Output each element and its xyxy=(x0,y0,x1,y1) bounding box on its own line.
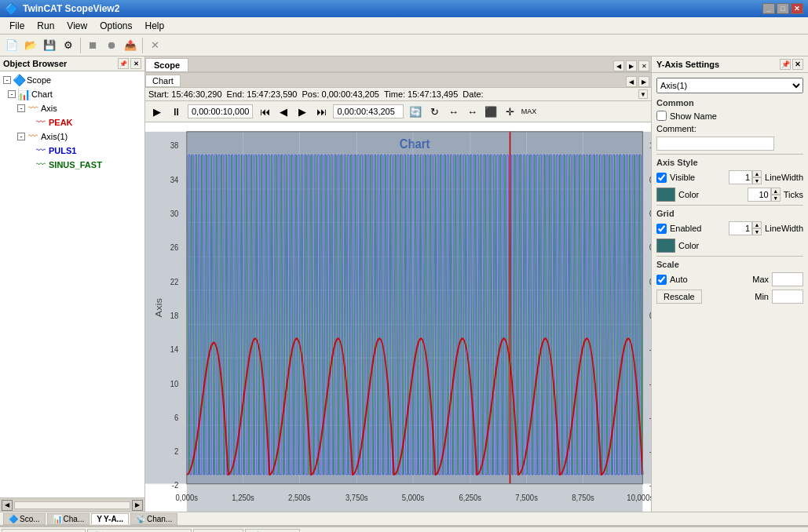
yap-pin-button[interactable]: 📌 xyxy=(780,59,791,70)
chart-nav-left[interactable]: ◀ xyxy=(626,76,637,87)
ct-zoom-out[interactable]: ↔ xyxy=(463,103,481,120)
chart-scroll-btn[interactable]: ▼ xyxy=(638,89,648,99)
close-button[interactable]: ✕ xyxy=(791,3,803,14)
ticks-input[interactable] xyxy=(748,188,771,202)
expand-axis1[interactable]: - xyxy=(17,133,25,140)
grid-lw-up[interactable]: ▲ xyxy=(752,221,762,228)
grid-enabled-checkbox[interactable] xyxy=(656,224,667,234)
svg-text:-2: -2 xyxy=(172,481,179,490)
bottom-panel-tabs: 🔷 Sco... 📊 Cha... Y Y-A... 📡 Chan... xyxy=(0,512,808,526)
expand-chart[interactable]: - xyxy=(8,90,16,98)
svg-text:30: 30 xyxy=(170,210,179,219)
chart-nav-right[interactable]: ▶ xyxy=(638,76,649,87)
tb-settings[interactable]: ⚙ xyxy=(60,37,77,54)
tb-stop[interactable]: ⏹ xyxy=(84,37,101,54)
grid-lw-down[interactable]: ▼ xyxy=(752,228,762,235)
yap-close-button[interactable]: ✕ xyxy=(792,59,803,70)
tab-cursor[interactable]: ⊕ Cursor xyxy=(193,529,243,532)
ticks-up[interactable]: ▲ xyxy=(771,188,781,195)
panel-tab-scope[interactable]: 🔷 Sco... xyxy=(3,513,46,525)
scroll-track[interactable] xyxy=(14,501,130,509)
scope-nav-right[interactable]: ▶ xyxy=(626,60,637,71)
peak-icon: 〰 xyxy=(35,116,47,129)
panel-tab-chart[interactable]: 📊 Cha... xyxy=(47,513,90,525)
info-end: End: 15:47:23,590 xyxy=(227,89,298,99)
grid-linewidth-label: LineWidth xyxy=(765,224,803,233)
menu-run[interactable]: Run xyxy=(31,19,60,33)
linewidth-up[interactable]: ▲ xyxy=(752,170,762,177)
visible-checkbox[interactable] xyxy=(656,173,667,183)
ct-pause[interactable]: ⏸ xyxy=(167,103,185,120)
maximize-button[interactable]: □ xyxy=(777,3,789,14)
show-name-checkbox[interactable] xyxy=(656,111,667,121)
tb-record[interactable]: ⏺ xyxy=(103,37,120,54)
ob-close-button[interactable]: ✕ xyxy=(130,58,141,69)
grid-linewidth-input[interactable] xyxy=(729,221,752,235)
ct-sync[interactable]: 🔄 xyxy=(407,103,424,120)
tree-chart[interactable]: - 📊 Chart xyxy=(2,87,143,101)
tree-axis[interactable]: - 〰 Axis xyxy=(2,101,143,115)
scroll-right[interactable]: ▶ xyxy=(132,500,143,511)
app-title: TwinCAT ScopeView2 xyxy=(23,3,119,14)
scope-tab[interactable]: Scope xyxy=(145,58,188,71)
scope-panel: Scope ◀ ▶ ✕ Chart ◀ ▶ Start: 15:46:30,29 xyxy=(145,56,651,512)
menu-help[interactable]: Help xyxy=(139,19,171,33)
ct-refresh[interactable]: ↻ xyxy=(426,103,443,120)
linewidth-input[interactable] xyxy=(729,170,752,184)
tab-trigger[interactable]: 📋 Trigger xyxy=(245,529,300,532)
chart-tab[interactable]: Chart xyxy=(145,75,181,87)
rescale-button[interactable]: Rescale xyxy=(656,290,702,304)
scope-close[interactable]: ✕ xyxy=(638,60,649,71)
ct-next[interactable]: ▶ xyxy=(294,103,311,120)
tb-export[interactable]: 📤 xyxy=(122,37,139,54)
tree-puls1[interactable]: 〰 PULS1 xyxy=(2,144,143,158)
grid-linewidth-spinner: ▲ ▼ xyxy=(729,221,762,235)
ct-play[interactable]: ▶ xyxy=(148,103,166,120)
yap-header: Y-Axis Settings 📌 ✕ xyxy=(652,56,808,73)
axis-select[interactable]: Axis(1) xyxy=(656,78,803,93)
tab-target-browser[interactable]: 🖥 Target Browser xyxy=(2,529,86,532)
tb-save[interactable]: 💾 xyxy=(41,37,58,54)
minimize-button[interactable]: _ xyxy=(762,3,775,14)
tree-axis1[interactable]: - 〰 Axis(1) xyxy=(2,129,143,144)
pos-display[interactable]: 0,00:00:43,205 xyxy=(333,104,404,118)
tb-delete[interactable]: ✕ xyxy=(146,37,163,54)
info-pos: Pos: 0,00:00:43,205 xyxy=(302,89,379,99)
ct-zoom-max[interactable]: MAX xyxy=(520,103,537,120)
chart-svg: Chart -2 2 6 10 14 18 22 26 xyxy=(145,122,651,512)
scroll-left[interactable]: ◀ xyxy=(2,500,13,511)
ct-zoom-in[interactable]: ↔ xyxy=(444,103,462,120)
ct-cursor[interactable]: ✛ xyxy=(501,103,518,120)
chart-tab-bar: Chart ◀ ▶ xyxy=(145,73,651,88)
max-input[interactable] xyxy=(772,272,803,286)
panel-tab-channel[interactable]: 📡 Chan... xyxy=(130,513,177,525)
tree-scope[interactable]: - 🔷 Scope xyxy=(2,73,143,87)
tree-sinus[interactable]: 〰 SINUS_FAST xyxy=(2,158,143,172)
axis-color-swatch[interactable] xyxy=(656,188,675,202)
auto-checkbox[interactable] xyxy=(656,275,667,285)
expand-axis[interactable]: - xyxy=(17,104,25,112)
time-display[interactable]: 0,00:00:10,000 xyxy=(188,104,253,118)
ct-fit[interactable]: ⬛ xyxy=(482,103,499,120)
tab-channel-acquisition[interactable]: 📡 Channel Acquisition xyxy=(87,529,192,532)
grid-color-swatch[interactable] xyxy=(656,239,675,253)
ob-pin-button[interactable]: 📌 xyxy=(118,58,129,69)
ct-prev[interactable]: ◀ xyxy=(275,103,292,120)
comment-input[interactable] xyxy=(656,137,774,151)
ob-scrollbar[interactable]: ◀ ▶ xyxy=(0,497,144,512)
puls1-label: PULS1 xyxy=(49,146,76,155)
ct-prev-start[interactable]: ⏮ xyxy=(256,103,273,120)
linewidth-down[interactable]: ▼ xyxy=(752,177,762,184)
tree-peak[interactable]: 〰 PEAK xyxy=(2,115,143,129)
tb-new[interactable]: 📄 xyxy=(3,37,20,54)
expand-scope[interactable]: - xyxy=(3,76,11,84)
ticks-down[interactable]: ▼ xyxy=(771,195,781,202)
ct-next-end[interactable]: ⏭ xyxy=(313,103,330,120)
menu-view[interactable]: View xyxy=(60,19,93,33)
panel-tab-yaxis[interactable]: Y Y-A... xyxy=(91,513,129,524)
tb-open[interactable]: 📂 xyxy=(22,37,39,54)
scope-nav-left[interactable]: ◀ xyxy=(613,60,624,71)
min-input[interactable] xyxy=(772,290,803,304)
menu-options[interactable]: Options xyxy=(93,19,138,33)
menu-file[interactable]: File xyxy=(3,19,31,33)
